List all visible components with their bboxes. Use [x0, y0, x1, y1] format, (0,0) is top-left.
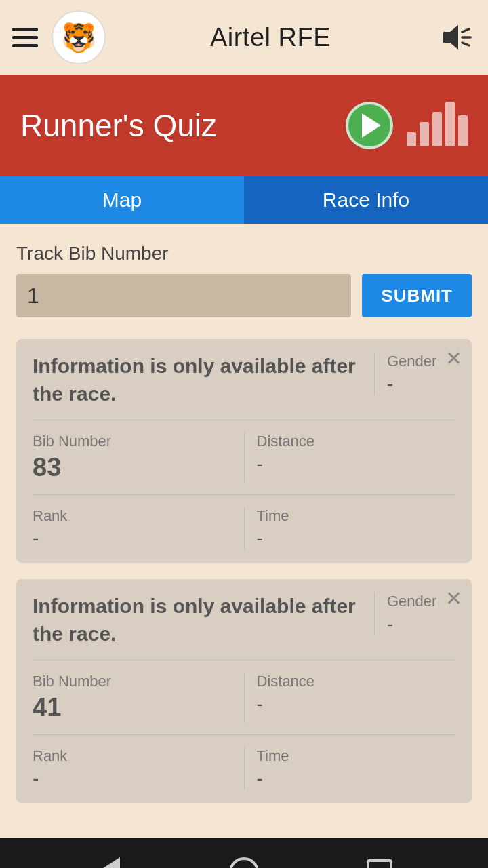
card-1-rank-row: Rank - Time - [33, 507, 455, 549]
card-1-gender-section: Gender - [374, 353, 455, 395]
card-2-gender-section: Gender - [374, 593, 455, 635]
card-1-close-button[interactable]: ✕ [445, 349, 462, 369]
card-1-time-value: - [257, 528, 456, 549]
banner-controls [346, 102, 468, 149]
card-1-gender-value: - [387, 373, 455, 395]
card-2-distance-section: Distance - [245, 673, 456, 722]
card-2-bib-row: Bib Number 41 Distance - [33, 673, 455, 735]
home-icon [229, 857, 259, 868]
card-2-top-row: Information is only available after the … [33, 593, 455, 660]
back-icon [97, 857, 120, 868]
home-button[interactable] [227, 855, 261, 868]
tabs-bar: Map Race Info [0, 176, 488, 224]
card-1-bib-row: Bib Number 83 Distance - [33, 433, 455, 495]
card-2-bib-section: Bib Number 41 [33, 673, 245, 722]
card-2-rank-row: Rank - Time - [33, 747, 455, 789]
card-2-info-text: Information is only available after the … [33, 593, 374, 648]
card-1-rank-value: - [33, 528, 232, 549]
card-1-info-text: Information is only available after the … [33, 353, 374, 408]
app-logo: 🐯 [52, 10, 106, 64]
card-2-gender-value: - [387, 613, 455, 635]
card-1-time-label: Time [257, 507, 456, 525]
card-2-close-button[interactable]: ✕ [445, 589, 462, 609]
recents-icon [367, 859, 392, 868]
banner-title: Runner's Quiz [20, 107, 217, 144]
card-2-time-value: - [257, 768, 456, 789]
card-2-bib-label: Bib Number [33, 673, 232, 690]
card-2-time-label: Time [257, 747, 456, 765]
card-1-bib-label: Bib Number [33, 433, 232, 450]
main-content: Track Bib Number SUBMIT ✕ Information is… [0, 224, 488, 838]
card-1-top-row: Information is only available after the … [33, 353, 455, 420]
app-title: Airtel RFE [106, 23, 435, 52]
info-card-1: ✕ Information is only available after th… [16, 339, 472, 563]
card-1-bib-section: Bib Number 83 [33, 433, 245, 482]
bottom-nav [0, 838, 488, 868]
card-1-rank-label: Rank [33, 507, 232, 525]
card-2-time-section: Time - [245, 747, 456, 789]
recents-button[interactable] [363, 855, 396, 868]
card-2-rank-label: Rank [33, 747, 232, 765]
card-1-time-section: Time - [245, 507, 456, 549]
card-2-distance-value: - [257, 693, 456, 715]
card-1-distance-label: Distance [257, 433, 456, 450]
bib-number-input[interactable] [16, 274, 351, 317]
tab-map[interactable]: Map [0, 176, 244, 224]
speaker-icon[interactable] [435, 17, 476, 58]
red-banner: Runner's Quiz [0, 75, 488, 176]
card-1-rank-section: Rank - [33, 507, 245, 549]
play-button[interactable] [346, 102, 393, 149]
card-1-distance-value: - [257, 453, 456, 475]
svg-line-3 [462, 43, 469, 45]
card-1-bib-value: 83 [33, 453, 232, 482]
card-1-distance-section: Distance - [245, 433, 456, 482]
submit-button[interactable]: SUBMIT [362, 274, 472, 317]
svg-marker-0 [443, 25, 458, 50]
bib-input-row: SUBMIT [16, 274, 472, 317]
card-2-rank-value: - [33, 768, 232, 789]
svg-line-1 [462, 29, 469, 32]
info-card-2: ✕ Information is only available after th… [16, 579, 472, 803]
hamburger-menu[interactable] [12, 28, 42, 47]
chart-icon[interactable] [407, 105, 468, 146]
card-2-bib-value: 41 [33, 693, 232, 722]
back-button[interactable] [92, 855, 125, 868]
card-2-rank-section: Rank - [33, 747, 245, 789]
card-2-distance-label: Distance [257, 673, 456, 690]
top-header: 🐯 Airtel RFE [0, 0, 488, 75]
track-bib-label: Track Bib Number [16, 243, 472, 264]
mascot-emoji: 🐯 [61, 21, 96, 54]
tab-race-info[interactable]: Race Info [244, 176, 488, 224]
